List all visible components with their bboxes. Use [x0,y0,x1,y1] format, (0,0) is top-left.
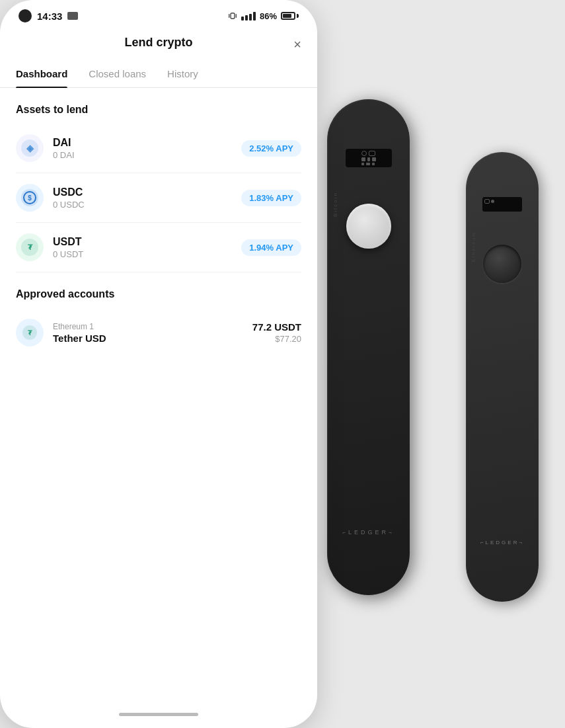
close-button[interactable]: × [293,38,301,51]
account-usd-value: $77.20 [252,334,301,344]
usdt-name: USDT [53,236,232,248]
side-ledger-label: ⌐LEDGER¬ [480,540,524,546]
dai-name: DAI [53,137,232,149]
asset-item-usdt[interactable]: ₮ USDT 0 USDT 1.94% APY [16,223,301,272]
dai-apy-badge: 2.52% APY [241,140,301,157]
ledger-front-device: Bitcoin ⌐LEDGER¬ [327,99,410,595]
status-time: 14:33 [37,11,62,22]
dai-balance: 0 DAI [53,150,232,160]
asset-item-dai[interactable]: ◈ DAI 0 DAI 2.52% APY [16,124,301,173]
side-device-text: Ethereum [471,231,476,262]
app-title: Lend crypto [124,36,192,50]
front-screen [346,149,392,167]
side-screen [482,197,522,212]
ledger-devices: Bitcoin ⌐LEDGER¬ Ethereum ⌐LEDGER¬ [307,0,565,728]
vibrate-icon [228,11,237,20]
battery-icon [281,12,299,20]
phone-shell: 14:33 86% [0,0,317,728]
svg-rect-0 [231,13,235,19]
dai-icon: ◈ [16,134,44,162]
app-header: Lend crypto × [0,28,317,60]
account-usdt-value: 77.2 USDT [252,321,301,333]
front-button [346,204,391,249]
media-icon [67,12,78,20]
usdt-balance: 0 USDT [53,249,232,259]
asset-list: ◈ DAI 0 DAI 2.52% APY $ [16,124,301,272]
account-usdt-icon: ₮ [16,319,44,346]
tab-closed-loans[interactable]: Closed loans [89,60,146,87]
front-device-text: Bitcoin [332,192,338,217]
usdc-info: USDC 0 USDC [53,186,232,210]
approved-list: ₮ Ethereum 1 Tether USD 77.2 USDT $77.20 [16,308,301,357]
dai-info: DAI 0 DAI [53,137,232,160]
tab-bar: Dashboard Closed loans History [0,60,317,88]
front-ledger-label: ⌐LEDGER¬ [342,529,394,536]
status-right: 86% [228,11,299,21]
tab-history[interactable]: History [167,60,198,87]
usdc-apy-badge: 1.83% APY [241,190,301,206]
svg-text:₮: ₮ [28,243,33,251]
account-info: Ethereum 1 Tether USD [53,322,243,344]
usdc-icon: $ [16,184,44,212]
signal-icon [241,11,256,20]
side-button [483,245,521,283]
usdt-info: USDT 0 USDT [53,236,232,259]
status-bar: 14:33 86% [0,0,317,28]
account-name: Tether USD [53,333,243,344]
usdc-name: USDC [53,186,232,198]
account-amount: 77.2 USDT $77.20 [252,321,301,344]
account-item-tether[interactable]: ₮ Ethereum 1 Tether USD 77.2 USDT $77.20 [16,308,301,357]
usdt-icon: ₮ [16,233,44,261]
approved-section-header: Approved accounts [16,288,301,300]
svg-text:$: $ [28,194,32,202]
svg-text:◈: ◈ [26,143,34,153]
ledger-side-device: Ethereum ⌐LEDGER¬ [466,152,539,602]
assets-section-header: Assets to lend [16,104,301,116]
usdc-balance: 0 USDC [53,200,232,210]
tab-dashboard[interactable]: Dashboard [16,60,67,87]
asset-item-usdc[interactable]: $ USDC 0 USDC 1.83% APY [16,173,301,223]
usdt-apy-badge: 1.94% APY [241,239,301,256]
status-dot [19,9,32,22]
svg-text:₮: ₮ [28,329,32,337]
battery-percent: 86% [260,11,277,21]
bottom-indicator [119,713,198,716]
app-content: Assets to lend ◈ DAI 0 DAI 2.52% APY [0,104,317,357]
account-sub-label: Ethereum 1 [53,322,243,331]
